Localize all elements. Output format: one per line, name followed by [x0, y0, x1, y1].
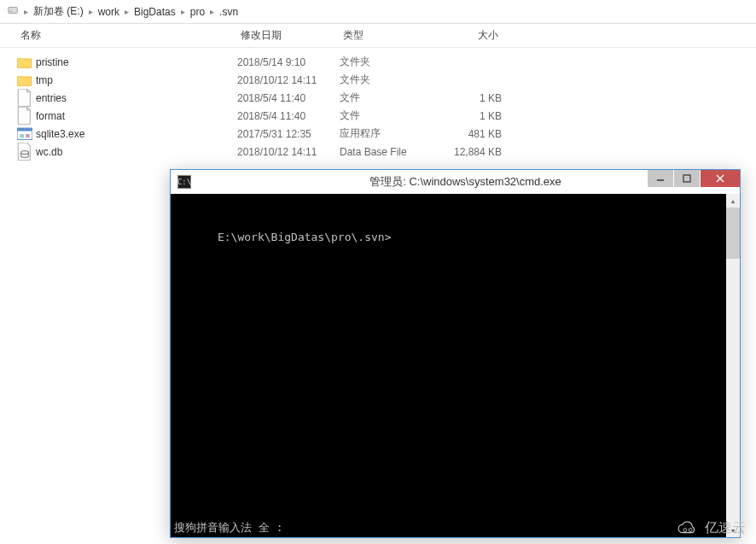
cmd-window[interactable]: C:\ 管理员: C:\windows\system32\cmd.exe E:\…	[170, 169, 741, 538]
breadcrumb-sep: ▸	[181, 7, 185, 16]
cmd-window-controls	[647, 170, 740, 187]
file-size: 1 KB	[442, 110, 502, 122]
cmd-scrollbar[interactable]: ▴ ▾	[726, 194, 740, 537]
file-type: 文件	[340, 108, 442, 123]
svg-rect-8	[683, 175, 690, 182]
file-type: 文件夹	[340, 55, 442, 69]
file-icon	[17, 109, 32, 123]
breadcrumb-sep: ▸	[89, 7, 93, 16]
minimize-button[interactable]	[648, 170, 673, 187]
col-header-date[interactable]: 修改日期	[237, 28, 340, 43]
file-date: 2018/5/4 11:40	[237, 110, 340, 122]
file-date: 2018/5/4 11:40	[237, 92, 340, 104]
cmd-terminal[interactable]: E:\work\BigDatas\pro\.svn> 搜狗拼音输入法 全 :	[171, 194, 726, 537]
file-row[interactable]: pristine2018/5/14 9:10文件夹	[17, 53, 756, 71]
db-icon	[17, 145, 32, 159]
col-header-size[interactable]: 大小	[442, 28, 502, 43]
file-size: 1 KB	[442, 92, 502, 104]
file-type: 应用程序	[340, 126, 442, 141]
svg-point-11	[683, 528, 687, 531]
watermark-text: 亿速云	[705, 519, 746, 537]
col-header-type[interactable]: 类型	[340, 28, 442, 43]
file-name: pristine	[36, 56, 237, 68]
col-header-name[interactable]: 名称	[17, 28, 237, 43]
file-date: 2018/10/12 14:11	[237, 74, 340, 86]
file-row[interactable]: format2018/5/4 11:40文件1 KB	[17, 107, 756, 125]
scroll-thumb[interactable]	[726, 208, 740, 259]
file-name: entries	[36, 92, 237, 104]
ime-status: 搜狗拼音输入法 全 :	[174, 520, 282, 535]
cmd-icon: C:\	[177, 175, 191, 189]
folder-icon	[17, 56, 32, 69]
breadcrumb-part-1[interactable]: BigDatas	[134, 6, 176, 18]
file-size: 481 KB	[442, 128, 502, 140]
cmd-body: E:\work\BigDatas\pro\.svn> 搜狗拼音输入法 全 : ▴…	[171, 194, 740, 537]
file-list: pristine2018/5/14 9:10文件夹tmp2018/10/12 1…	[0, 48, 756, 161]
svg-rect-0	[9, 8, 18, 14]
file-type: Data Base File	[340, 146, 442, 158]
scroll-up-button[interactable]: ▴	[726, 194, 740, 208]
file-type: 文件夹	[340, 73, 442, 87]
columns-header: 名称 修改日期 类型 大小	[0, 24, 756, 48]
maximize-button[interactable]	[674, 170, 700, 187]
svg-point-12	[689, 528, 692, 531]
file-name: sqlite3.exe	[36, 128, 237, 140]
file-date: 2017/5/31 12:35	[237, 128, 340, 140]
file-name: wc.db	[36, 146, 237, 158]
svg-rect-5	[26, 134, 30, 138]
cloud-icon	[676, 520, 700, 537]
file-row[interactable]: wc.db2018/10/12 14:11Data Base File12,88…	[17, 143, 756, 161]
breadcrumb-part-3[interactable]: .svn	[219, 6, 238, 18]
breadcrumb-drive-icon[interactable]	[7, 4, 19, 19]
breadcrumb-sep: ▸	[210, 7, 214, 16]
file-type: 文件	[340, 91, 442, 105]
cmd-prompt: E:\work\BigDatas\pro\.svn>	[218, 231, 392, 243]
file-row[interactable]: tmp2018/10/12 14:11文件夹	[17, 71, 756, 89]
cmd-titlebar[interactable]: C:\ 管理员: C:\windows\system32\cmd.exe	[171, 170, 740, 194]
file-name: tmp	[36, 74, 237, 86]
file-date: 2018/10/12 14:11	[237, 146, 340, 158]
svg-rect-3	[17, 128, 32, 131]
file-row[interactable]: entries2018/5/4 11:40文件1 KB	[17, 89, 756, 107]
file-row[interactable]: sqlite3.exe2017/5/31 12:35应用程序481 KB	[17, 125, 756, 143]
breadcrumb: ▸ 新加卷 (E:) ▸ work ▸ BigDatas ▸ pro ▸ .sv…	[0, 0, 756, 24]
breadcrumb-part-0[interactable]: work	[98, 6, 119, 18]
svg-rect-1	[10, 11, 13, 12]
breadcrumb-sep: ▸	[24, 7, 28, 16]
file-date: 2018/5/14 9:10	[237, 56, 340, 68]
breadcrumb-part-2[interactable]: pro	[190, 6, 205, 18]
file-icon	[17, 91, 32, 105]
exe-icon	[17, 127, 32, 141]
breadcrumb-sep: ▸	[125, 7, 129, 16]
file-size: 12,884 KB	[442, 146, 502, 158]
breadcrumb-drive[interactable]: 新加卷 (E:)	[33, 4, 84, 19]
file-name: format	[36, 110, 237, 122]
close-button[interactable]	[701, 170, 740, 187]
folder-icon	[17, 73, 32, 87]
svg-rect-4	[20, 134, 24, 138]
watermark: 亿速云	[676, 519, 746, 537]
